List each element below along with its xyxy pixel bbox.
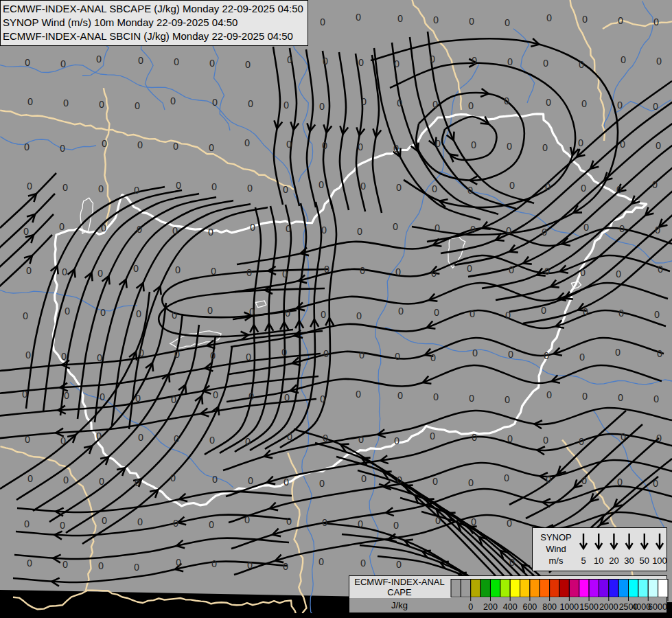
cape-value-label: 0 xyxy=(616,268,622,279)
cape-value-label: 0 xyxy=(542,227,548,238)
cape-value-label: 0 xyxy=(25,434,31,445)
cape-value-label: 0 xyxy=(397,98,403,108)
cape-value-label: 0 xyxy=(507,518,513,529)
cape-color-cell xyxy=(648,580,658,597)
cape-value-label: 0 xyxy=(282,268,288,279)
cape-value-label: 0 xyxy=(137,224,143,235)
cape-value-label: 0 xyxy=(244,137,251,148)
cape-value-label: 0 xyxy=(509,557,515,568)
cape-value-label: 0 xyxy=(360,181,367,192)
cape-value-label: 0 xyxy=(468,100,474,111)
cape-value-label: 0 xyxy=(360,265,366,276)
cape-value-label: 0 xyxy=(209,58,216,69)
cape-value-label: 0 xyxy=(579,436,585,447)
wind-speed-label: 5 xyxy=(581,556,586,566)
cape-color-cell xyxy=(510,580,520,597)
cape-value-label: 0 xyxy=(102,515,108,526)
cape-value-label: 0 xyxy=(468,477,474,488)
cape-value-label: 0 xyxy=(210,350,216,361)
cape-value-label: 0 xyxy=(286,516,292,527)
cape-value-label: 0 xyxy=(397,13,404,24)
cape-value-label: 0 xyxy=(245,436,251,447)
cape-value-label: 0 xyxy=(358,141,364,152)
cape-value-label: 0 xyxy=(245,59,251,70)
cape-value-label: 0 xyxy=(580,267,586,278)
cape-value-label: 0 xyxy=(617,477,623,488)
cape-value-label: 0 xyxy=(174,349,181,360)
cape-value-label: 0 xyxy=(397,474,403,485)
cape-value-label: 0 xyxy=(62,182,69,193)
cape-value-label: 0 xyxy=(434,307,440,318)
cape-value-label: 0 xyxy=(433,391,439,402)
cape-value-label: 0 xyxy=(433,14,439,25)
wind-speed-label: 20 xyxy=(609,556,618,566)
cape-value-label: 0 xyxy=(98,560,104,571)
cape-value-label: 0 xyxy=(615,347,621,358)
cape-value-label: 0 xyxy=(137,139,143,150)
cape-value-label: 0 xyxy=(618,392,624,403)
cape-value-label: 0 xyxy=(172,225,178,236)
cape-value-label: 0 xyxy=(508,349,514,360)
cape-value-label: 0 xyxy=(507,56,513,67)
cape-value-label: 0 xyxy=(578,137,584,148)
cape-value-label: 0 xyxy=(357,226,363,237)
cape-value-label: 0 xyxy=(170,95,176,106)
cape-value-label: 0 xyxy=(136,308,142,319)
title-wind: SYNOP Wind (m/s) 10m Monday 22-09-2025 0… xyxy=(3,16,303,30)
cape-value-label: 0 xyxy=(25,350,32,360)
cape-value-label: 0 xyxy=(467,185,474,196)
cape-legend-unit: J/kg xyxy=(349,600,450,610)
cape-value-label: 0 xyxy=(246,267,253,278)
cape-value-label: 0 xyxy=(583,222,590,233)
cape-value-label: 0 xyxy=(472,432,478,443)
cape-value-label: 0 xyxy=(653,478,659,489)
cape-value-label: 0 xyxy=(320,16,326,27)
cape-value-label: 0 xyxy=(543,58,549,69)
cape-value-label: 0 xyxy=(656,433,662,444)
cape-value-label: 0 xyxy=(543,435,549,446)
cape-value-label: 0 xyxy=(176,557,182,568)
cape-color-cell xyxy=(559,580,569,597)
cape-value-label: 0 xyxy=(544,350,550,361)
cape-value-label: 0 xyxy=(581,98,588,109)
cape-value-label: 0 xyxy=(361,96,367,107)
cape-value-label: 0 xyxy=(60,143,66,154)
cape-value-label: 0 xyxy=(23,226,30,237)
cape-color-cell xyxy=(530,580,540,597)
cape-tick-label: 600 xyxy=(522,602,537,612)
cape-value-label: 0 xyxy=(469,16,475,27)
cape-value-label: 0 xyxy=(545,181,551,192)
cape-value-label: 0 xyxy=(319,101,325,112)
cape-value-label: 0 xyxy=(322,140,328,151)
cape-value-label: 0 xyxy=(579,352,586,363)
cape-value-label: 0 xyxy=(432,99,439,110)
cape-value-label: 0 xyxy=(432,183,438,194)
cape-value-label: 0 xyxy=(212,474,218,485)
cape-value-label: 0 xyxy=(96,431,102,442)
cape-color-cell xyxy=(579,580,589,597)
cape-value-label: 0 xyxy=(283,477,290,488)
cape-value-label: 0 xyxy=(470,224,476,235)
cape-value-label: 0 xyxy=(619,223,625,234)
cape-value-label: 0 xyxy=(176,180,182,191)
cape-color-cell xyxy=(471,580,480,597)
cape-value-label: 0 xyxy=(286,139,292,150)
cape-value-label: 0 xyxy=(139,347,145,358)
cape-value-label: 0 xyxy=(322,517,328,528)
cape-tick-label: 2000 xyxy=(599,602,618,612)
cape-value-label: 0 xyxy=(24,518,30,529)
wind-speed-label: 50 xyxy=(640,556,649,566)
cape-value-label: 0 xyxy=(657,348,663,359)
cape-value-label: 0 xyxy=(581,475,588,486)
cape-value-label: 0 xyxy=(541,305,547,316)
cape-value-label: 0 xyxy=(207,305,213,316)
cape-value-label: 0 xyxy=(26,265,32,276)
cape-value-label: 0 xyxy=(100,391,106,402)
cape-color-cell xyxy=(618,580,628,597)
cape-value-label: 0 xyxy=(396,559,402,570)
cape-value-label: 0 xyxy=(170,472,176,483)
cape-value-label: 0 xyxy=(59,221,65,232)
cape-value-label: 0 xyxy=(393,520,399,531)
cape-color-cell xyxy=(599,580,608,597)
cape-value-label: 0 xyxy=(393,143,399,154)
